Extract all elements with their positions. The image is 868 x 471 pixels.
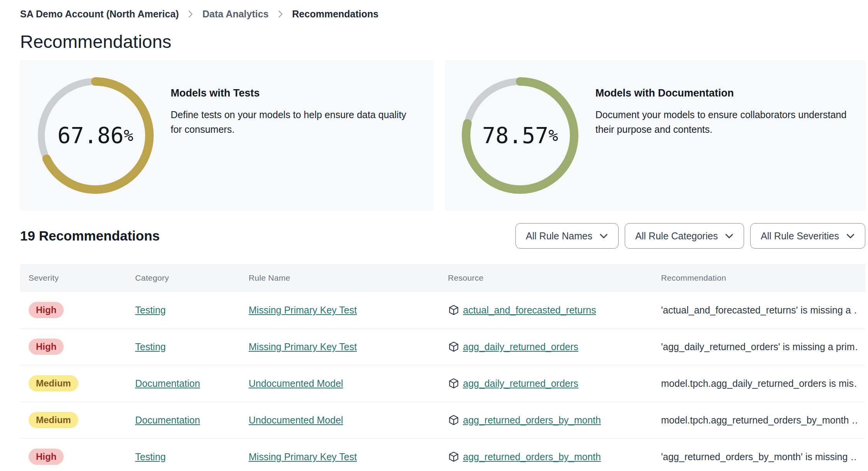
recommendation-text: model.tpch.agg_returned_orders_by_month …	[661, 415, 858, 426]
recommendations-table: Severity Category Rule Name Resource Rec…	[20, 264, 865, 471]
recommendation-text: 'actual_and_forecasted_returns' is missi…	[661, 305, 858, 316]
table-row: Medium Documentation Undocumented Model …	[20, 365, 865, 402]
models-with-documentation-card: 78.57% Models with Documentation Documen…	[445, 60, 865, 210]
category-link[interactable]: Documentation	[135, 415, 200, 425]
rule-name-link[interactable]: Missing Primary Key Test	[249, 305, 357, 315]
card-description: Document your models to ensure collabora…	[595, 107, 850, 137]
list-toolbar: 19 Recommendations All Rule Names All Ru…	[20, 223, 865, 249]
category-link[interactable]: Documentation	[135, 378, 200, 389]
category-link[interactable]: Testing	[135, 305, 166, 315]
chevron-right-icon	[188, 10, 193, 18]
recommendation-text: 'agg_returned_orders_by_month' is missin…	[661, 451, 858, 463]
cube-icon	[448, 378, 459, 389]
chevron-right-icon	[278, 10, 283, 18]
recommendation-text: model.tpch.agg_daily_returned_orders is …	[661, 378, 858, 389]
rule-names-filter-dropdown[interactable]: All Rule Names	[515, 223, 619, 249]
chevron-down-icon	[846, 233, 855, 239]
cube-icon	[448, 414, 459, 426]
recommendation-text: 'agg_daily_returned_orders' is missing a…	[661, 341, 858, 352]
filter-group: All Rule Names All Rule Categories All R…	[515, 223, 865, 249]
filter-label: All Rule Severities	[761, 230, 839, 242]
rule-name-link[interactable]: Undocumented Model	[249, 415, 343, 425]
card-title: Models with Documentation	[595, 86, 850, 100]
rule-categories-filter-dropdown[interactable]: All Rule Categories	[625, 223, 744, 249]
card-title: Models with Tests	[171, 86, 418, 100]
resource-link[interactable]: agg_returned_orders_by_month	[463, 415, 601, 426]
chevron-down-icon	[599, 233, 608, 239]
severity-badge: Medium	[29, 412, 78, 428]
page-title: Recommendations	[20, 32, 865, 52]
rule-name-link[interactable]: Missing Primary Key Test	[249, 341, 357, 352]
severity-badge: Medium	[29, 375, 78, 391]
rule-severities-filter-dropdown[interactable]: All Rule Severities	[750, 223, 865, 249]
documentation-percentage: 78.57%	[460, 76, 580, 195]
table-row: High Testing Missing Primary Key Test ag…	[20, 329, 865, 365]
breadcrumb: SA Demo Account (North America) Data Ana…	[20, 0, 865, 20]
models-with-tests-card: 67.86% Models with Tests Define tests on…	[20, 60, 434, 210]
recommendations-count: 19 Recommendations	[20, 228, 160, 244]
breadcrumb-item-current: Recommendations	[292, 8, 379, 20]
category-link[interactable]: Testing	[135, 341, 166, 352]
tests-donut-chart: 67.86%	[36, 76, 155, 195]
table-row: Medium Documentation Undocumented Model …	[20, 402, 865, 439]
recommendations-page: SA Demo Account (North America) Data Ana…	[0, 0, 868, 471]
documentation-donut-chart: 78.57%	[460, 76, 580, 195]
severity-badge: High	[29, 302, 64, 318]
filter-label: All Rule Categories	[635, 230, 718, 242]
table-row: High Testing Missing Primary Key Test ac…	[20, 292, 865, 329]
column-header-resource: Resource	[448, 273, 661, 283]
resource-link[interactable]: agg_daily_returned_orders	[463, 378, 578, 389]
card-description: Define tests on your models to help ensu…	[171, 107, 418, 137]
severity-badge: High	[29, 339, 64, 355]
cube-icon	[448, 304, 459, 316]
breadcrumb-item-project[interactable]: Data Analytics	[202, 8, 268, 20]
table-row: High Testing Missing Primary Key Test ag…	[20, 439, 865, 471]
tests-percentage: 67.86%	[36, 76, 155, 195]
column-header-category: Category	[135, 273, 249, 283]
resource-link[interactable]: agg_returned_orders_by_month	[463, 451, 601, 463]
chevron-down-icon	[725, 233, 734, 239]
table-header: Severity Category Rule Name Resource Rec…	[20, 264, 865, 292]
summary-cards: 67.86% Models with Tests Define tests on…	[20, 60, 865, 210]
column-header-severity: Severity	[29, 273, 135, 283]
resource-link[interactable]: agg_daily_returned_orders	[463, 341, 578, 352]
column-header-rule-name: Rule Name	[249, 273, 448, 283]
column-header-recommendation: Recommendation	[661, 273, 858, 283]
rule-name-link[interactable]: Missing Primary Key Test	[249, 451, 357, 462]
category-link[interactable]: Testing	[135, 451, 166, 462]
resource-link[interactable]: actual_and_forecasted_returns	[463, 305, 596, 316]
breadcrumb-item-account[interactable]: SA Demo Account (North America)	[20, 8, 179, 20]
severity-badge: High	[29, 449, 64, 465]
rule-name-link[interactable]: Undocumented Model	[249, 378, 343, 389]
filter-label: All Rule Names	[526, 230, 592, 242]
cube-icon	[448, 451, 459, 463]
cube-icon	[448, 341, 459, 352]
